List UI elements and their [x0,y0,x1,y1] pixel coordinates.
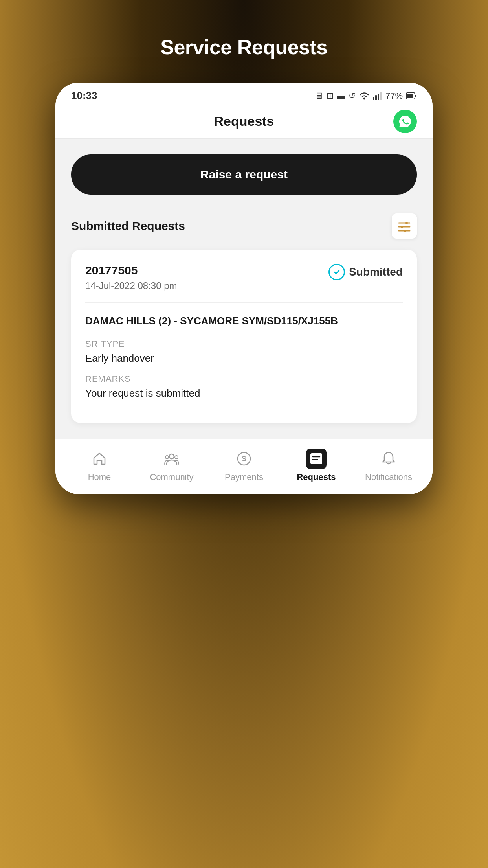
svg-point-15 [165,456,169,459]
svg-rect-1 [373,97,374,100]
remarks-value: Your request is submitted [85,387,403,399]
nav-item-notifications[interactable]: Notifications [352,449,425,482]
requests-nav-icon [306,449,327,469]
raise-request-button[interactable]: Raise a request [71,154,417,195]
requests-active-bg [306,449,327,469]
battery-icon [406,92,417,100]
sr-type-label: SR TYPE [85,339,403,349]
svg-point-14 [169,454,174,459]
nav-item-requests[interactable]: Requests [280,449,352,482]
page-title: Service Requests [160,35,328,59]
main-content: Raise a request Submitted Requests [55,139,433,439]
notifications-nav-label: Notifications [365,472,412,482]
status-icons: 🖥 ⊞ ▬ ↺ 77% [315,91,417,101]
request-date: 14-Jul-2022 08:30 pm [85,280,177,291]
svg-point-11 [401,226,403,228]
nav-item-community[interactable]: Community [136,449,208,482]
community-icon [164,451,180,467]
svg-rect-4 [380,92,382,100]
checkmark-icon [332,268,341,276]
whatsapp-button[interactable] [393,110,417,133]
request-info: 20177505 14-Jul-2022 08:30 pm [85,264,177,291]
header-title: Requests [214,114,274,129]
nav-item-payments[interactable]: $ Payments [208,449,280,482]
home-icon [92,451,107,467]
apps-icon: ⊞ [327,91,334,101]
refresh-icon: ↺ [349,91,356,101]
svg-rect-3 [378,94,379,100]
wifi-icon [359,92,370,100]
sr-type-value: Early handover [85,352,403,364]
requests-nav-label: Requests [297,472,336,482]
svg-rect-7 [407,94,413,98]
whatsapp-icon [398,114,412,129]
svg-rect-2 [375,95,377,100]
notification-icon: 🖥 [315,91,323,101]
card-icon: ▬ [337,91,345,101]
request-property: DAMAC HILLS (2) - SYCAMORE SYM/SD115/XJ1… [85,314,403,328]
battery-level: 77% [385,91,403,101]
svg-point-0 [363,97,365,99]
filter-button[interactable] [392,213,417,239]
filter-icon [397,219,411,233]
card-header: 20177505 14-Jul-2022 08:30 pm Submitted [85,264,403,303]
request-number: 20177505 [85,264,177,277]
svg-rect-19 [310,453,322,464]
home-nav-icon [89,449,110,469]
payments-nav-icon: $ [234,449,254,469]
request-card: 20177505 14-Jul-2022 08:30 pm Submitted … [71,250,417,423]
home-nav-label: Home [88,472,111,482]
svg-rect-6 [415,95,416,97]
payments-icon: $ [236,451,252,467]
svg-text:$: $ [242,455,246,463]
payments-nav-label: Payments [225,472,263,482]
submitted-requests-header: Submitted Requests [71,213,417,239]
svg-point-16 [175,456,178,459]
status-time: 10:33 [71,90,97,102]
bottom-nav: Home Community $ [55,439,433,494]
community-nav-label: Community [150,472,193,482]
svg-point-13 [404,230,406,232]
status-badge: Submitted [328,264,403,280]
phone-frame: 10:33 🖥 ⊞ ▬ ↺ 77% [55,83,433,494]
submitted-requests-title: Submitted Requests [71,219,185,233]
status-icon [328,264,345,280]
status-bar: 10:33 🖥 ⊞ ▬ ↺ 77% [55,83,433,106]
svg-point-9 [405,222,408,224]
requests-icon [310,452,323,465]
app-header: Requests [55,106,433,139]
notifications-icon [381,451,396,467]
nav-item-home[interactable]: Home [63,449,136,482]
notifications-nav-icon [378,449,399,469]
remarks-label: REMARKS [85,374,403,384]
status-label: Submitted [349,266,403,278]
community-nav-icon [161,449,182,469]
signal-icon [373,92,382,100]
